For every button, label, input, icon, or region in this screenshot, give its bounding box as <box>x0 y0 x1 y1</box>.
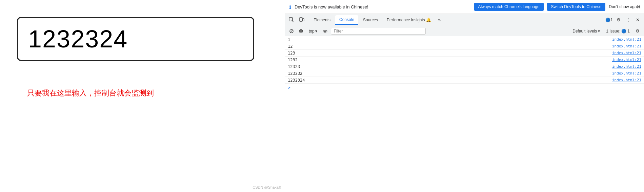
default-levels-label: Default levels <box>572 29 597 34</box>
console-value: 123 <box>288 51 295 56</box>
svg-rect-1 <box>300 18 302 21</box>
svg-rect-2 <box>303 19 304 21</box>
close-notification-button[interactable]: ✕ <box>636 4 641 10</box>
svg-point-10 <box>324 30 326 32</box>
console-value: 12 <box>288 44 293 49</box>
table-row: 123232 index.html:21 <box>285 70 644 77</box>
input-display-box: 1232324 <box>17 17 254 61</box>
close-devtools-button[interactable]: ✕ <box>633 16 642 24</box>
console-output: 1 index.html:21 12 index.html:21 123 ind… <box>285 36 644 192</box>
issues-count-text: 1 Issue: <box>606 29 620 34</box>
table-row: 12323 index.html:21 <box>285 63 644 70</box>
console-toolbar: top ▾ Default levels ▾ 1 Issue: 🔵 1 ⚙ <box>285 26 644 36</box>
dont-show-again-button[interactable]: Don't show again <box>609 4 640 9</box>
console-link[interactable]: index.html:21 <box>612 51 641 55</box>
console-link[interactable]: index.html:21 <box>612 37 641 42</box>
console-link[interactable]: index.html:21 <box>612 71 641 76</box>
tab-console[interactable]: Console <box>335 15 358 25</box>
issues-count-icon: 🔵 <box>621 29 626 34</box>
svg-line-4 <box>290 30 293 33</box>
tabs-bar: Elements Console Sources Performance ins… <box>285 14 644 26</box>
table-row: 1232 index.html:21 <box>285 57 644 63</box>
more-options-button[interactable]: ⋮ <box>624 16 632 24</box>
filter-input[interactable] <box>331 28 426 35</box>
more-tabs-button[interactable]: » <box>436 16 443 24</box>
notification-bar: ℹ DevTools is now available in Chinese! … <box>285 0 644 14</box>
device-toolbar-icon[interactable] <box>297 16 306 24</box>
top-label: top <box>309 29 315 34</box>
console-link[interactable]: index.html:21 <box>612 78 641 82</box>
page-content: 1232324 只要我在这里输入，控制台就会监测到 CSDN @Shaka® <box>0 0 285 192</box>
table-row: 1232324 index.html:21 <box>285 77 644 84</box>
dropdown-arrow-icon: ▾ <box>315 29 317 34</box>
tab-elements[interactable]: Elements <box>309 15 335 25</box>
console-link[interactable]: index.html:21 <box>612 64 641 69</box>
context-selector[interactable]: top ▾ <box>307 28 319 34</box>
always-match-button[interactable]: Always match Chrome's language <box>474 3 544 11</box>
console-value: 1 <box>288 37 290 42</box>
issues-count-number: 1 <box>627 29 630 34</box>
table-row: 123 index.html:21 <box>285 50 644 57</box>
input-value: 1232324 <box>28 25 128 53</box>
default-levels-arrow: ▾ <box>598 29 600 34</box>
tab-performance-insights[interactable]: Performance insights 🔔 <box>383 15 435 25</box>
console-value: 123232 <box>288 71 302 76</box>
notification-text: DevTools is now available in Chinese! <box>295 4 471 9</box>
issues-badge-button[interactable]: 🔵 1 <box>605 16 613 24</box>
tab-sources[interactable]: Sources <box>359 15 382 25</box>
info-icon: ℹ <box>289 4 291 10</box>
description-text: 只要我在这里输入，控制台就会监测到 <box>27 88 154 98</box>
console-value: 12323 <box>288 64 300 69</box>
watermark: CSDN @Shaka® <box>253 185 281 189</box>
tab-performance-insights-label: Performance insights 🔔 <box>387 18 431 22</box>
eye-icon-button[interactable] <box>321 27 329 35</box>
switch-devtools-button[interactable]: Switch DevTools to Chinese <box>547 3 606 11</box>
settings-button[interactable]: ⚙ <box>614 16 623 24</box>
table-row: 1 index.html:21 <box>285 36 644 43</box>
console-link[interactable]: index.html:21 <box>612 58 641 62</box>
table-row: 12 index.html:21 <box>285 43 644 50</box>
filter-toggle-button[interactable] <box>297 27 305 35</box>
console-settings-button[interactable]: ⚙ <box>634 27 641 35</box>
inspect-element-icon[interactable] <box>287 16 296 24</box>
devtools-panel: ℹ DevTools is now available in Chinese! … <box>285 0 644 192</box>
console-prompt[interactable]: > <box>285 84 644 91</box>
issues-count-area: 1 Issue: 🔵 1 <box>604 28 632 34</box>
clear-console-button[interactable] <box>288 27 295 35</box>
console-value: 1232324 <box>288 78 305 83</box>
issues-count-label: 1 <box>610 17 613 22</box>
tab-right-icons: 🔵 1 ⚙ ⋮ ✕ <box>605 16 642 24</box>
console-value: 1232 <box>288 58 298 62</box>
issues-icon: 🔵 <box>605 18 610 22</box>
console-link[interactable]: index.html:21 <box>612 44 641 48</box>
default-levels-button[interactable]: Default levels ▾ <box>570 28 602 34</box>
tab-icons <box>287 16 306 24</box>
